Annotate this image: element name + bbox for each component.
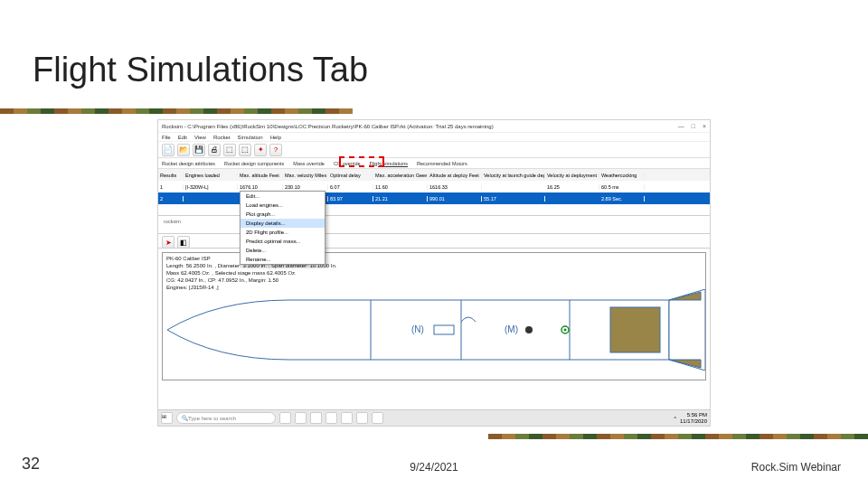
decorative-border-top bbox=[0, 108, 353, 114]
run-sim-icon[interactable]: ✦ bbox=[254, 144, 267, 156]
cell: 60.5 ms bbox=[599, 184, 645, 190]
search-icon: 🔍 bbox=[182, 415, 188, 421]
new-icon[interactable]: 📄 bbox=[162, 144, 175, 156]
ctx-plot-graph[interactable]: Plot graph... bbox=[241, 210, 325, 219]
col-max-alt: Max. altitude Feet bbox=[238, 173, 283, 178]
ctx-2d-flight-profile[interactable]: 2D Flight profile... bbox=[241, 228, 325, 237]
menu-view[interactable]: View bbox=[194, 135, 206, 140]
col-vel-deploy: Velocity at deployment Feet / sec bbox=[545, 173, 599, 178]
menu-file[interactable]: File bbox=[162, 135, 171, 140]
footer-date: 9/24/2021 bbox=[410, 461, 458, 474]
svg-point-8 bbox=[525, 326, 533, 333]
cell: 6.07 bbox=[328, 184, 373, 190]
rocket-tool2-icon[interactable]: ◧ bbox=[177, 236, 190, 249]
windows-taskbar: ⊞ 🔍 Type here to search ^ 5:56 PM 11/17/… bbox=[158, 409, 710, 426]
help-icon[interactable]: ? bbox=[269, 144, 282, 156]
cell: 55.17 bbox=[482, 196, 545, 202]
edge-icon[interactable] bbox=[310, 412, 322, 424]
cell: 230.10 bbox=[283, 184, 328, 190]
toolbar: 📄 📂 💾 🖨 ⬚ ⬚ ✦ ? bbox=[158, 142, 710, 158]
svg-rect-3 bbox=[610, 307, 660, 352]
minimize-button[interactable]: — bbox=[678, 123, 684, 129]
decorative-border-bottom bbox=[488, 434, 868, 439]
rocket-label-n: (N) bbox=[411, 324, 424, 334]
col-vel-guide: Velocity at launch guide departure Miles… bbox=[482, 173, 545, 178]
open-icon[interactable]: 📂 bbox=[177, 144, 190, 156]
save-icon[interactable]: 💾 bbox=[193, 144, 205, 156]
rocket-mass: Mass 62.4005 Oz. , Selected stage mass 6… bbox=[166, 269, 336, 277]
ctx-delete[interactable]: Delete... bbox=[241, 246, 325, 255]
tab-mass-override[interactable]: Mass override bbox=[293, 161, 325, 166]
cell: 21.21 bbox=[373, 196, 428, 202]
slide-footer: 32 9/24/2021 Rock.Sim Webinar bbox=[0, 452, 868, 479]
cell: 1 bbox=[158, 184, 184, 190]
slide-title: Flight Simulations Tab bbox=[33, 51, 368, 89]
rocket-diagram-panel: PK-60 Caliber ISP Length: 56.2500 In. , … bbox=[162, 252, 706, 380]
maximize-button[interactable]: □ bbox=[692, 123, 695, 129]
cell: 990.01 bbox=[428, 196, 482, 202]
print-icon[interactable]: 🖨 bbox=[208, 144, 221, 156]
app2-icon[interactable] bbox=[372, 412, 383, 424]
svg-point-10 bbox=[564, 329, 567, 332]
taskbar-time: 5:56 PM bbox=[680, 412, 707, 418]
tray-up-icon[interactable]: ^ bbox=[674, 416, 676, 421]
col-engines: Engines loaded bbox=[184, 173, 238, 178]
footer-source: Rock.Sim Webinar bbox=[751, 461, 841, 474]
page-number: 32 bbox=[22, 455, 40, 474]
search-placeholder: Type here to search bbox=[188, 416, 236, 421]
annotation-highlight bbox=[339, 156, 384, 167]
tabs-row: Rocket design attributes Rocket design c… bbox=[158, 158, 710, 169]
svg-marker-5 bbox=[669, 292, 701, 300]
cell: 2.89 Sec. bbox=[599, 196, 645, 202]
col-delay: Optimal delay bbox=[328, 173, 373, 178]
svg-marker-4 bbox=[669, 289, 705, 371]
taskbar-date: 11/17/2020 bbox=[680, 418, 707, 425]
grid-header: Results Engines loaded Max. altitude Fee… bbox=[158, 169, 710, 181]
rocket-label-m: (M) bbox=[505, 324, 518, 334]
col-results: Results bbox=[158, 173, 184, 178]
cell: [I-320W-L] bbox=[184, 184, 238, 190]
ctx-predict-optimal-mass[interactable]: Predict optimal mass... bbox=[241, 237, 325, 246]
task-view-icon[interactable] bbox=[279, 412, 291, 424]
ctx-display-details[interactable]: Display details... bbox=[241, 219, 325, 228]
svg-marker-6 bbox=[669, 360, 701, 368]
cell: 1616.33 bbox=[428, 184, 482, 190]
cell: 11.60 bbox=[373, 184, 428, 190]
ctx-load-engines[interactable]: Load engines... bbox=[241, 201, 325, 210]
powerpoint-icon[interactable] bbox=[341, 412, 353, 424]
app-icon[interactable] bbox=[356, 412, 368, 424]
col-alt-deploy: Altitude at deploy Feet bbox=[428, 173, 482, 178]
menu-bar: File Edit View Rocket Simulation Help bbox=[158, 133, 710, 142]
close-button[interactable]: × bbox=[703, 123, 706, 129]
ctx-rename[interactable]: Rename... bbox=[241, 255, 325, 264]
cell: 83.97 bbox=[328, 196, 373, 202]
tool-b-icon[interactable]: ⬚ bbox=[239, 144, 251, 156]
start-icon[interactable]: ⊞ bbox=[161, 412, 173, 424]
explorer-icon[interactable] bbox=[295, 412, 307, 424]
window-title-text: Rocksim - C:\Program Files (x86)\RockSim… bbox=[162, 124, 494, 129]
window-titlebar: Rocksim - C:\Program Files (x86)\RockSim… bbox=[158, 120, 710, 133]
menu-help[interactable]: Help bbox=[270, 135, 281, 140]
menu-simulation[interactable]: Simulation bbox=[238, 135, 263, 140]
app-window: Rocksim - C:\Program Files (x86)\RockSim… bbox=[157, 119, 711, 427]
col-max-acc: Max. acceleration Gees bbox=[373, 173, 428, 178]
taskbar-search[interactable]: 🔍 Type here to search bbox=[176, 412, 276, 424]
cell: 16.25 bbox=[545, 184, 599, 190]
word-icon[interactable] bbox=[326, 412, 337, 424]
col-weathercock: Weathercocking bbox=[599, 173, 645, 178]
ctx-edit[interactable]: Edit... bbox=[241, 192, 325, 201]
rocket-diagram: (N) (M) bbox=[163, 289, 705, 371]
tab-design-components[interactable]: Rocket design components bbox=[224, 161, 284, 166]
rocket-tool-icon[interactable]: ➤ bbox=[162, 236, 175, 249]
rocket-cg-cp: CG: 42.0427 In., CP: 47.0952 In., Margin… bbox=[166, 277, 336, 284]
menu-edit[interactable]: Edit bbox=[178, 135, 187, 140]
context-menu: Edit... Load engines... Plot graph... Di… bbox=[240, 191, 326, 265]
tab-recommended-motors[interactable]: Recommended Motors bbox=[417, 161, 467, 166]
col-max-vel: Max. velocity Miles / hour bbox=[283, 173, 328, 178]
tool-a-icon[interactable]: ⬚ bbox=[223, 144, 236, 156]
tab-design-attributes[interactable]: Rocket design attributes bbox=[162, 161, 215, 166]
cell: 1676.10 bbox=[238, 184, 283, 190]
cell: 2 bbox=[158, 196, 184, 202]
menu-rocket[interactable]: Rocket bbox=[213, 135, 231, 140]
